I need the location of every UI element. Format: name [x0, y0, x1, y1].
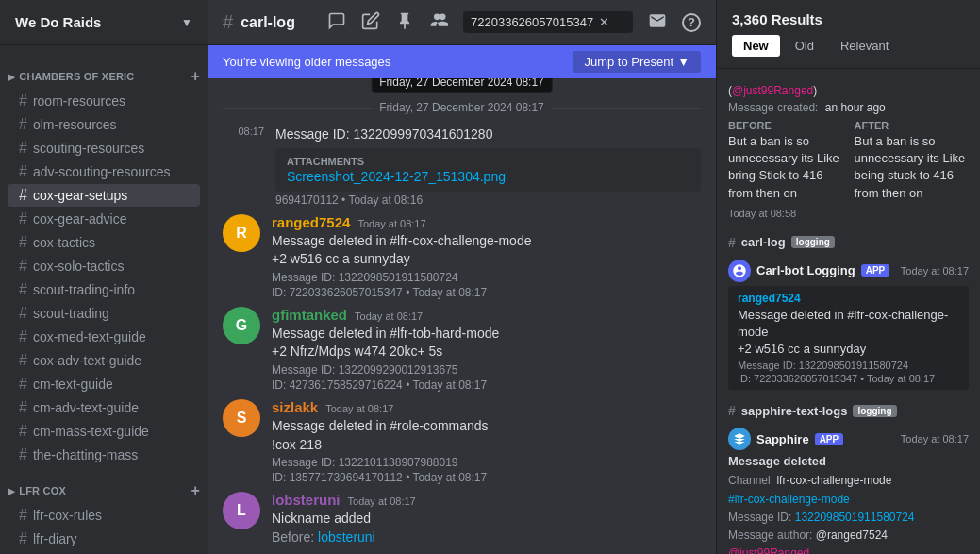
date-tooltip: Friday, 27 December 2024 08:17 [371, 78, 553, 93]
main-chat: # carl-log 722033626057015347 ✕ ? [208, 0, 716, 554]
result-message: Carl-bot Logging APP Today at 08:17 rang… [717, 254, 980, 396]
bot-avatar [728, 260, 751, 282]
after-label: After [855, 120, 970, 131]
hash-icon: # [19, 352, 27, 369]
result-message-header: Carl-bot Logging APP Today at 08:17 [728, 260, 969, 282]
author-label: Message author: [728, 529, 812, 542]
nested-line1: Message deleted in #lfr-cox-challenge-mo… [738, 307, 959, 341]
sidebar-item-scout-trading-info[interactable]: # scout-trading-info [8, 278, 200, 301]
sidebar-item-adv-scouting-resources[interactable]: # adv-scouting-resources [8, 160, 200, 183]
category-lfr-cox[interactable]: ▶ LFR COX + [0, 467, 208, 503]
threads-icon[interactable] [327, 11, 346, 34]
channel-label: adv-scouting-resources [33, 164, 171, 179]
channel-list: ▶ CHAMBERS OF XERIC + # room-resources #… [0, 45, 208, 554]
attachment-block: Attachments Screenshot_2024-12-27_151304… [275, 148, 701, 192]
author-link[interactable]: @just99Ranged [728, 546, 809, 554]
pin-icon[interactable] [395, 11, 414, 34]
close-search-icon[interactable]: ✕ [599, 15, 609, 29]
result-channel-header: # sapphire-text-logs logging [717, 395, 980, 422]
sidebar-item-cm-mass-text-guide[interactable]: # cm-mass-text-guide [8, 420, 200, 443]
help-icon[interactable]: ? [682, 13, 701, 32]
sidebar-item-cox-gear-setups[interactable]: # cox-gear-setups [8, 184, 200, 207]
message-content: lobsteruni Today at 08:17 Nickname added… [272, 492, 701, 546]
message-content: ranged7524 Today at 08:17 Message delete… [272, 214, 701, 299]
chevron-down-icon: ▼ [181, 16, 192, 29]
results-count: 3,360 Results [732, 11, 965, 27]
nested-subtext2: ID: 722033626057015347 • Today at 08:17 [738, 373, 959, 384]
sidebar-item-cm-adv-text-guide[interactable]: # cm-adv-text-guide [8, 396, 200, 419]
server-header[interactable]: We Do Raids ▼ [0, 0, 208, 45]
after-text: But a ban is so unnecessary its Like bei… [855, 133, 970, 202]
tab-relevant[interactable]: Relevant [829, 35, 900, 57]
channel-label: Channel: [728, 474, 773, 487]
sidebar-item-cm-text-guide[interactable]: # cm-text-guide [8, 373, 200, 395]
jump-to-present-button[interactable]: Jump to Present ▼ [573, 51, 701, 73]
hash-icon: # [19, 234, 27, 251]
msgid-label: Message ID: [728, 511, 791, 524]
older-messages-bar: You're viewing older messages Jump to Pr… [208, 45, 716, 78]
add-channel-icon[interactable]: + [191, 482, 200, 499]
sidebar-item-cox-solo-tactics[interactable]: # cox-solo-tactics [8, 255, 200, 277]
sidebar-item-cox-adv-text-guide[interactable]: # cox-adv-text-guide [8, 349, 200, 372]
message-group: S sizlakk Today at 08:17 Message deleted… [208, 395, 716, 488]
edit-comparison: Before But a ban is so unnecessary its L… [728, 120, 969, 202]
older-messages-text: You're viewing older messages [223, 55, 390, 69]
username: sizlakk [272, 399, 318, 415]
username: gfimtanked [272, 307, 347, 323]
inbox-icon[interactable] [648, 11, 667, 34]
sapphire-message-detail: Channel: lfr-cox-challenge-mode #lfr-cox… [728, 472, 969, 554]
channel-link[interactable]: #lfr-cox-challenge-mode [728, 493, 850, 506]
message-group: 08:17 Message ID: 1322099970341601280 At… [208, 122, 716, 210]
hash-icon: # [19, 305, 27, 322]
channel-label: cox-gear-setups [33, 188, 127, 203]
channel-label: olm-resources [33, 117, 117, 132]
sidebar-item-cox-gear-advice[interactable]: # cox-gear-advice [8, 208, 200, 230]
message-group: G gfimtanked Today at 08:17 Message dele… [208, 303, 716, 395]
hash-icon: # [19, 530, 27, 547]
message-subtext: Message ID: 1322099290012913675 [272, 363, 701, 377]
category-chambers-of-xeric[interactable]: ▶ CHAMBERS OF XERIC + [0, 53, 208, 89]
channel-label: cm-mass-text-guide [33, 424, 149, 439]
channel-hash-icon: # [223, 11, 233, 33]
chat-header: # carl-log 722033626057015347 ✕ ? [208, 0, 716, 45]
message-content: gfimtanked Today at 08:17 Message delete… [272, 307, 701, 392]
sidebar-item-scouting-resources[interactable]: # scouting-resources [8, 137, 200, 159]
tab-new[interactable]: New [732, 35, 780, 57]
add-channel-icon[interactable]: + [191, 68, 200, 85]
hash-icon: # [19, 140, 27, 157]
channel-label: cm-adv-text-guide [33, 400, 139, 415]
results-tabs: New Old Relevant [732, 35, 965, 57]
channel-label: cox-gear-advice [33, 211, 127, 227]
result-author-mention: @just99Ranged [732, 84, 813, 97]
message-text: Message ID: 1322099970341601280 [275, 126, 701, 144]
category-chevron-icon: ▶ [8, 72, 15, 82]
tab-old[interactable]: Old [784, 35, 825, 57]
sidebar: We Do Raids ▼ ▶ CHAMBERS OF XERIC + # ro… [0, 0, 208, 554]
message-group: R ranged7524 Today at 08:17 Message dele… [208, 210, 716, 303]
message-group: L lobsteruni Today at 08:17 Nickname add… [208, 488, 716, 550]
search-results-header: 3,360 Results New Old Relevant [717, 0, 980, 69]
result-channel-name: carl-log [741, 235, 786, 249]
message-subtext: Message ID: 1322098501911580724 [272, 271, 701, 284]
sidebar-item-lfr-diary[interactable]: # lfr-diary [8, 528, 200, 550]
pencil-icon[interactable] [361, 11, 380, 34]
hash-icon: # [19, 210, 27, 227]
message-content: sizlakk Today at 08:17 Message deleted i… [272, 399, 701, 484]
sidebar-item-cox-med-text-guide[interactable]: # cox-med-text-guide [8, 326, 200, 348]
members-icon[interactable] [429, 11, 448, 34]
bot-name: Carl-bot Logging [756, 263, 855, 277]
sidebar-item-lfr-cox-rules[interactable]: # lfr-cox-rules [8, 504, 200, 527]
attachment-filename[interactable]: Screenshot_2024-12-27_151304.png [287, 169, 689, 184]
sidebar-item-cox-tactics[interactable]: # cox-tactics [8, 231, 200, 254]
sidebar-item-the-chatting-mass[interactable]: # the-chatting-mass [8, 444, 200, 466]
nested-message: ranged7524 Message deleted in #lfr-cox-c… [728, 286, 969, 391]
hash-icon: # [19, 92, 27, 109]
search-box[interactable]: 722033626057015347 ✕ [463, 11, 633, 33]
sidebar-item-room-resources[interactable]: # room-resources [8, 90, 200, 112]
hash-icon: # [19, 187, 27, 204]
message-text: !cox 218 [272, 436, 701, 455]
msgid-link[interactable]: 1322098501911580724 [795, 511, 915, 524]
sidebar-item-olm-resources[interactable]: # olm-resources [8, 113, 200, 136]
hash-icon: # [728, 403, 736, 418]
sidebar-item-scout-trading[interactable]: # scout-trading [8, 302, 200, 325]
